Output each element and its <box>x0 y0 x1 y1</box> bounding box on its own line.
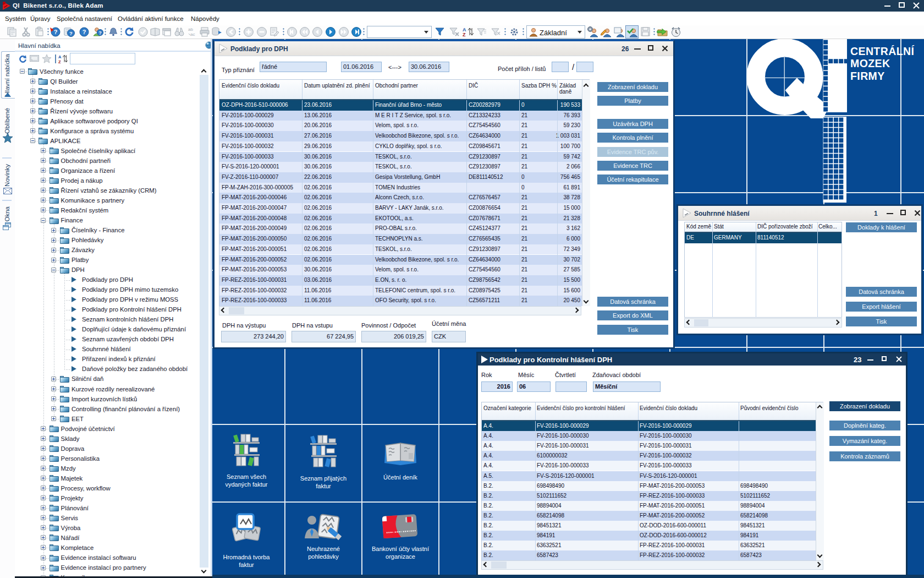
svg-text:?: ? <box>98 30 101 36</box>
svg-text:Z: Z <box>463 32 466 37</box>
svg-text:?: ? <box>82 29 86 35</box>
svg-text:A: A <box>58 54 62 59</box>
svg-text:Z: Z <box>58 59 61 64</box>
svg-text:ab: ab <box>188 27 193 32</box>
svg-text:ac: ac <box>190 32 195 37</box>
svg-text:?: ? <box>69 30 73 36</box>
svg-text:?: ? <box>54 29 58 35</box>
